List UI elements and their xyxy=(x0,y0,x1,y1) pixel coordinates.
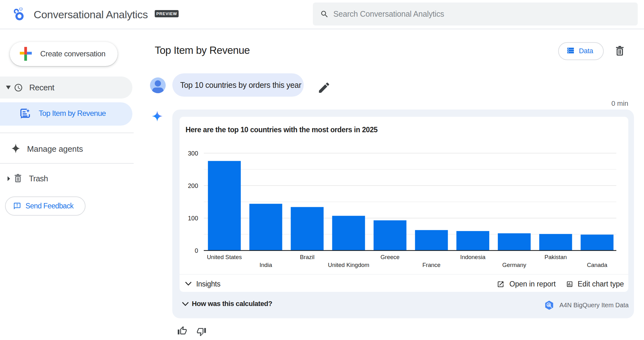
svg-text:India: India xyxy=(259,262,272,268)
svg-text:Germany: Germany xyxy=(502,262,526,268)
svg-text:100: 100 xyxy=(188,215,198,222)
svg-text:200: 200 xyxy=(188,182,198,189)
svg-text:Indonesia: Indonesia xyxy=(460,254,486,260)
svg-text:United States: United States xyxy=(207,254,242,260)
svg-text:Brazil: Brazil xyxy=(300,254,314,260)
svg-text:France: France xyxy=(422,262,441,268)
svg-text:300: 300 xyxy=(188,150,198,157)
svg-text:Canada: Canada xyxy=(587,262,608,268)
svg-text:United Kingdom: United Kingdom xyxy=(328,262,369,268)
svg-text:Greece: Greece xyxy=(380,254,400,260)
svg-text:Pakistan: Pakistan xyxy=(545,254,567,260)
svg-text:0: 0 xyxy=(195,247,198,254)
